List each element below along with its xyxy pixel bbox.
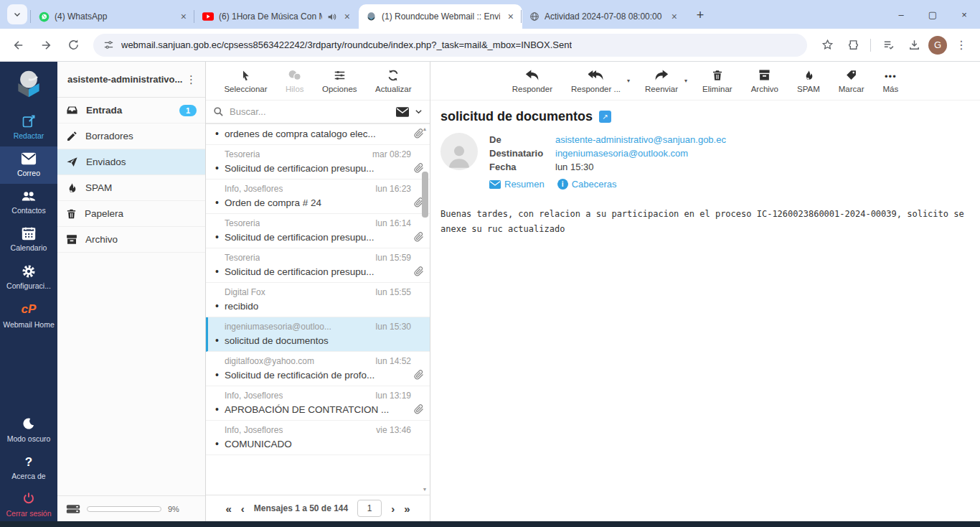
new-tab-button[interactable]: +	[690, 5, 710, 25]
scrollbar-track[interactable]	[422, 133, 428, 486]
next-page-button[interactable]: ›	[391, 503, 395, 515]
tab-youtube[interactable]: (6) 1Hora De Música Con M ×	[195, 4, 359, 29]
message-row[interactable]: Info, Joseflores lun 16:23 • Orden de co…	[206, 179, 430, 214]
search-input[interactable]: Buscar...	[230, 106, 390, 117]
message-row[interactable]: Tesoreria lun 15:59 • Solicitud de certi…	[206, 248, 430, 283]
scroll-down-icon[interactable]: ▼	[423, 486, 428, 493]
unread-count-badge: 1	[179, 105, 197, 116]
sidebar-item-redactar[interactable]: Redactar	[0, 109, 57, 146]
from-address-link[interactable]: asistente-administrativo@sanjuan.gob.ec	[555, 134, 726, 145]
sidebar-item-configuracion[interactable]: Configuraci...	[0, 259, 57, 297]
dropdown-caret-icon[interactable]: ▾	[627, 78, 630, 84]
tab-close-icon[interactable]: ×	[669, 11, 680, 22]
unread-dot-icon: •	[215, 128, 219, 139]
message-row[interactable]: Digital Fox lun 15:55 • recibido	[206, 283, 430, 317]
sidebar-item-modo-oscuro[interactable]: Modo oscuro	[0, 412, 57, 449]
back-icon[interactable]	[7, 34, 30, 57]
prev-page-button[interactable]: ‹	[241, 503, 245, 515]
url-bar[interactable]: webmail.sanjuan.gob.ec/cpsess8563422242/…	[93, 34, 807, 57]
unread-dot-icon: •	[215, 438, 219, 449]
folder-entrada[interactable]: Entrada 1	[57, 98, 205, 123]
folder-enviados[interactable]: Enviados	[57, 149, 205, 175]
reply-all-button[interactable]: Responder ... ▾	[571, 69, 621, 93]
forward-icon[interactable]	[34, 34, 57, 57]
reload-icon[interactable]	[62, 34, 85, 57]
tab-audio-icon[interactable]	[327, 12, 336, 22]
tab-search-button[interactable]	[7, 4, 27, 24]
dropdown-caret-icon[interactable]: ▾	[684, 78, 687, 84]
message-row[interactable]: Info, Joseflores vie 13:46 • COMUNICADO	[206, 421, 430, 455]
search-scope-mail-icon[interactable]	[396, 107, 409, 117]
search-options-chevron-icon[interactable]	[415, 108, 423, 116]
folder-spam[interactable]: SPAM	[57, 175, 205, 201]
reply-button[interactable]: Responder	[512, 69, 552, 93]
trash-icon	[66, 208, 77, 220]
message-row[interactable]: ingeniumasesoria@outloo... lun 15:30 • s…	[206, 317, 430, 352]
sidebar-item-contactos[interactable]: Contactos	[0, 184, 57, 221]
info-icon: i	[557, 179, 568, 190]
select-button[interactable]: Seleccionar	[224, 69, 267, 93]
tab-close-icon[interactable]: ×	[178, 11, 189, 22]
reply-all-icon	[571, 69, 621, 85]
page-number-input[interactable]: 1	[357, 500, 382, 517]
kebab-menu-icon[interactable]: ⋮	[950, 34, 973, 57]
tab-whatsapp[interactable]: (4) WhatsApp ×	[32, 4, 195, 29]
tab-title: (6) 1Hora De Música Con M	[219, 11, 322, 22]
unread-dot-icon: •	[215, 266, 219, 277]
tab-actividad[interactable]: Actividad 2024-07-08 08:00:00 ×	[522, 4, 686, 29]
threads-button[interactable]: Hilos	[286, 69, 304, 93]
last-page-button[interactable]: »	[404, 503, 410, 515]
message-row[interactable]: Tesoreria lun 16:14 • Solicitud de certi…	[206, 214, 430, 248]
refresh-button[interactable]: Actualizar	[375, 69, 412, 93]
tab-close-icon[interactable]: ×	[505, 11, 517, 22]
more-button[interactable]: ••• Más	[883, 69, 899, 93]
forward-button[interactable]: Reenviar ▾	[645, 69, 678, 93]
tab-close-icon[interactable]: ×	[341, 11, 353, 22]
folder-borradores[interactable]: Borradores	[57, 123, 205, 149]
sidebar-item-correo[interactable]: Correo	[0, 146, 57, 184]
options-button[interactable]: Opciones	[322, 69, 357, 93]
sidebar-item-calendario[interactable]: Calendario	[0, 221, 57, 258]
extensions-icon[interactable]	[842, 34, 864, 57]
message-row[interactable]: • ordenes de compra catalogo elec...	[206, 124, 430, 145]
folder-options-kebab-icon[interactable]: ⋮	[183, 73, 199, 86]
to-address-link[interactable]: ingeniumasesoria@outlook.com	[555, 148, 688, 159]
message-date: lun 15:30	[376, 322, 411, 332]
sidebar-item-acerca-de[interactable]: ? Acerca de	[0, 449, 57, 487]
first-page-button[interactable]: «	[225, 503, 231, 515]
maximize-button[interactable]: ▢	[917, 9, 948, 20]
summary-toggle[interactable]: Resumen	[489, 179, 545, 190]
message-row[interactable]: digitalfoox@yahoo.com lun 14:52 • Solici…	[206, 352, 430, 386]
date-label: Fecha	[489, 162, 555, 172]
headers-toggle[interactable]: i Cabeceras	[557, 179, 617, 190]
folder-archivo[interactable]: Archivo	[57, 227, 205, 253]
message-row[interactable]: Tesoreria mar 08:29 • Solicitud de certi…	[206, 145, 430, 179]
open-in-new-window-icon[interactable]: ↗	[599, 111, 611, 123]
download-icon[interactable]	[903, 34, 925, 57]
mark-button[interactable]: Marcar	[839, 69, 864, 93]
minimize-button[interactable]: –	[885, 9, 917, 20]
cursor-select-icon	[224, 69, 267, 85]
message-sender: Info, Joseflores	[225, 391, 283, 401]
message-row[interactable]: Info, Joseflores lun 13:19 • APROBACIÓN …	[206, 386, 430, 421]
search-bar[interactable]: Buscar...	[206, 101, 430, 124]
close-window-button[interactable]: ×	[948, 9, 980, 20]
spam-button[interactable]: SPAM	[797, 69, 820, 93]
profile-avatar[interactable]: G	[928, 36, 947, 55]
sidebar-item-cerrar-sesion[interactable]: Cerrar sesión	[0, 487, 57, 521]
sidebar-item-webmail-home[interactable]: cP Webmail Home	[0, 297, 57, 335]
bookmark-star-icon[interactable]	[816, 34, 839, 57]
site-settings-icon[interactable]	[103, 39, 114, 50]
message-date: lun 13:19	[376, 391, 411, 401]
tab-roundcube-active[interactable]: (1) Roundcube Webmail :: Envi ×	[359, 4, 522, 29]
to-label: Destinatario	[489, 148, 555, 159]
browser-tab-strip: (4) WhatsApp × (6) 1Hora De Música Con M…	[0, 0, 980, 29]
reading-list-icon[interactable]	[877, 34, 900, 57]
list-scrollbar[interactable]: ▲ ▼	[420, 126, 429, 493]
archive-button[interactable]: Archivo	[751, 69, 778, 93]
folder-papelera[interactable]: Papelera	[57, 201, 205, 227]
scroll-up-icon[interactable]: ▲	[423, 126, 428, 133]
delete-button[interactable]: Eliminar	[702, 69, 732, 93]
scrollbar-thumb[interactable]	[422, 172, 428, 218]
unread-dot-icon: •	[215, 369, 219, 381]
